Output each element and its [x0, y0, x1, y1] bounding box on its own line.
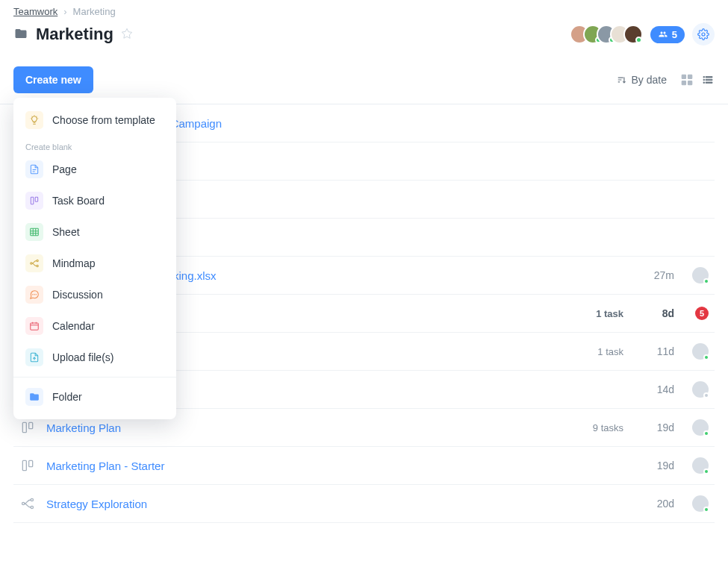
svg-point-9 — [37, 260, 38, 261]
breadcrumb: Teamwork › Marketing — [13, 6, 715, 17]
svg-point-12 — [32, 294, 33, 295]
folder-icon — [25, 388, 43, 406]
sort-button[interactable]: By date — [617, 74, 667, 86]
svg-point-24 — [31, 506, 33, 508]
page-icon — [25, 160, 43, 178]
sheet-icon — [25, 223, 43, 241]
item-time: 19d — [644, 460, 674, 471]
grid-view-button[interactable] — [680, 73, 694, 87]
list-view-button[interactable] — [701, 73, 715, 87]
board-icon — [19, 457, 36, 474]
menu-label: Calendar — [52, 320, 95, 332]
item-name[interactable]: Marketing Plan — [46, 422, 582, 434]
menu-label: Mindmap — [52, 257, 96, 269]
task-count: 1 task — [597, 346, 623, 357]
item-name[interactable]: Strategy Exploration — [46, 498, 634, 510]
item-time: 8d — [644, 307, 674, 319]
menu-mindmap[interactable]: Mindmap — [18, 248, 172, 278]
separator — [13, 377, 176, 377]
chevron-right-icon: › — [63, 6, 66, 17]
item-time: 27m — [644, 269, 674, 281]
svg-rect-20 — [22, 460, 26, 470]
menu-sheet[interactable]: Sheet — [18, 217, 172, 247]
author-avatar — [692, 343, 709, 360]
list-item[interactable]: Marketing Plan - Starter19d — [13, 447, 715, 485]
lightbulb-icon — [25, 111, 43, 129]
item-time: 11d — [644, 345, 674, 357]
svg-rect-18 — [22, 422, 26, 432]
item-name[interactable]: Marketing Plan - Starter — [46, 460, 634, 472]
member-avatars[interactable] — [570, 25, 643, 44]
task-count: 9 tasks — [593, 422, 623, 433]
svg-point-0 — [702, 33, 705, 36]
upload-icon — [25, 348, 43, 366]
svg-rect-3 — [682, 81, 685, 85]
svg-rect-14 — [31, 323, 39, 330]
sort-label: By date — [632, 74, 667, 86]
svg-rect-4 — [688, 81, 692, 85]
menu-label: Upload file(s) — [52, 351, 113, 363]
menu-label: Page — [52, 163, 77, 175]
breadcrumb-root[interactable]: Teamwork — [13, 6, 57, 17]
menu-label: Folder — [52, 391, 82, 403]
menu-calendar[interactable]: Calendar — [18, 311, 172, 341]
notification-badge: 5 — [695, 307, 709, 320]
board-icon — [25, 192, 43, 210]
svg-rect-2 — [688, 75, 692, 78]
mindmap-icon — [25, 254, 43, 272]
settings-button[interactable] — [692, 23, 715, 46]
board-icon — [19, 419, 36, 436]
create-dropdown: Choose from template Create blank Page T… — [13, 98, 176, 419]
member-count: 5 — [672, 29, 677, 40]
svg-point-10 — [37, 265, 38, 266]
menu-label: Choose from template — [52, 114, 155, 126]
create-new-button[interactable]: Create new — [13, 66, 93, 93]
author-avatar — [692, 457, 709, 474]
item-time: 20d — [644, 498, 674, 510]
calendar-icon — [25, 317, 43, 335]
author-avatar — [692, 495, 709, 512]
author-avatar — [692, 419, 709, 436]
chat-icon — [25, 286, 43, 304]
list-item[interactable]: Strategy Exploration20d — [13, 485, 715, 523]
item-time: 19d — [644, 422, 674, 433]
svg-rect-19 — [29, 422, 33, 428]
svg-rect-1 — [682, 75, 685, 78]
author-avatar — [692, 381, 709, 398]
svg-rect-7 — [31, 228, 39, 235]
menu-label: Discussion — [52, 289, 103, 301]
menu-task-board[interactable]: Task Board — [18, 186, 172, 216]
create-blank-label: Create blank — [18, 135, 172, 153]
menu-upload[interactable]: Upload file(s) — [18, 342, 172, 372]
member-count-badge[interactable]: 5 — [650, 26, 685, 43]
page-title: Marketing — [36, 25, 113, 44]
mindmap-icon — [19, 495, 36, 512]
menu-label: Task Board — [52, 195, 105, 207]
svg-rect-5 — [31, 197, 34, 204]
menu-choose-template[interactable]: Choose from template — [18, 105, 172, 135]
svg-point-8 — [31, 263, 32, 264]
menu-label: Sheet — [52, 226, 80, 238]
svg-point-23 — [31, 498, 33, 501]
author-avatar — [692, 267, 709, 283]
menu-page[interactable]: Page — [18, 154, 172, 184]
svg-rect-6 — [35, 197, 38, 201]
menu-folder[interactable]: Folder — [18, 382, 172, 412]
svg-point-13 — [36, 294, 37, 295]
svg-point-11 — [34, 294, 35, 295]
svg-rect-21 — [29, 460, 33, 466]
menu-discussion[interactable]: Discussion — [18, 280, 172, 310]
svg-point-22 — [22, 502, 25, 504]
task-count: 1 task — [596, 308, 623, 319]
star-icon[interactable] — [121, 28, 133, 42]
folder-icon — [13, 27, 28, 43]
breadcrumb-current: Marketing — [73, 6, 116, 17]
item-time: 14d — [644, 383, 674, 395]
